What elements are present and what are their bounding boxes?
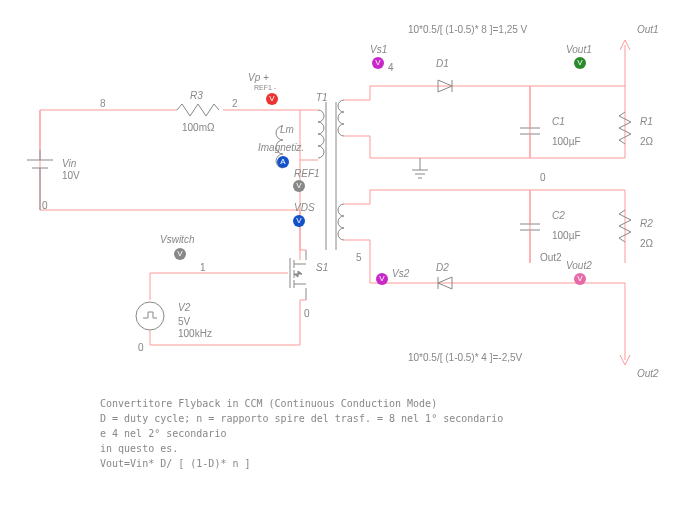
net-0c: 0 [304, 308, 310, 319]
lbl-r3: R3 [190, 90, 203, 101]
net-4: 4 [388, 62, 394, 73]
net-1: 1 [200, 262, 206, 273]
val-v2a: 5V [178, 316, 190, 327]
lbl-vs1: Vs1 [370, 44, 387, 55]
lbl-vp: Vp + [248, 72, 269, 83]
foot-2: D = duty cycle; n = rapporto spire del t… [100, 413, 503, 424]
val-vin: 10V [62, 170, 80, 181]
lbl-d2: D2 [436, 262, 449, 273]
net-0d: 0 [540, 172, 546, 183]
val-c2: 100µF [552, 230, 581, 241]
net-5: 5 [356, 252, 362, 263]
val-r1: 2Ω [640, 136, 653, 147]
foot-5: Vout=Vin* D/ [ (1-D)* n ] [100, 458, 251, 469]
net-2: 2 [232, 98, 238, 109]
lbl-vin: Vin [62, 158, 76, 169]
lbl-lm: Lm [280, 124, 294, 135]
lbl-vs2: Vs2 [392, 268, 409, 279]
lbl-vout1: Vout1 [566, 44, 592, 55]
lbl-t1: T1 [316, 92, 328, 103]
net-0b: 0 [138, 342, 144, 353]
foot-1: Convertitore Flyback in CCM (Continuous … [100, 398, 437, 409]
val-r3: 100mΩ [182, 122, 215, 133]
lbl-vout2: Vout2 [566, 260, 592, 271]
svg-point-0 [136, 302, 164, 330]
foot-4: in questo es. [100, 443, 178, 454]
val-c1: 100µF [552, 136, 581, 147]
lbl-ref1: REF1 [294, 168, 320, 179]
val-r2: 2Ω [640, 238, 653, 249]
foot-3: e 4 nel 2° secondario [100, 428, 226, 439]
lbl-imag: Imagnetiz. [258, 142, 304, 153]
lbl-c2: C2 [552, 210, 565, 221]
net-0a: 0 [42, 200, 48, 211]
net-8: 8 [100, 98, 106, 109]
lbl-r1: R1 [640, 116, 653, 127]
lbl-vds: VDS [294, 202, 315, 213]
lbl-d1: D1 [436, 58, 449, 69]
lbl-out2mid: Out2 [540, 252, 562, 263]
val-v2b: 100kHz [178, 328, 212, 339]
lbl-vswitch: Vswitch [160, 234, 194, 245]
lbl-s1: S1 [316, 262, 328, 273]
lbl-r2: R2 [640, 218, 653, 229]
lbl-v2: V2 [178, 302, 190, 313]
lbl-vp-sub: REF1 - [254, 84, 276, 91]
lbl-c1: C1 [552, 116, 565, 127]
